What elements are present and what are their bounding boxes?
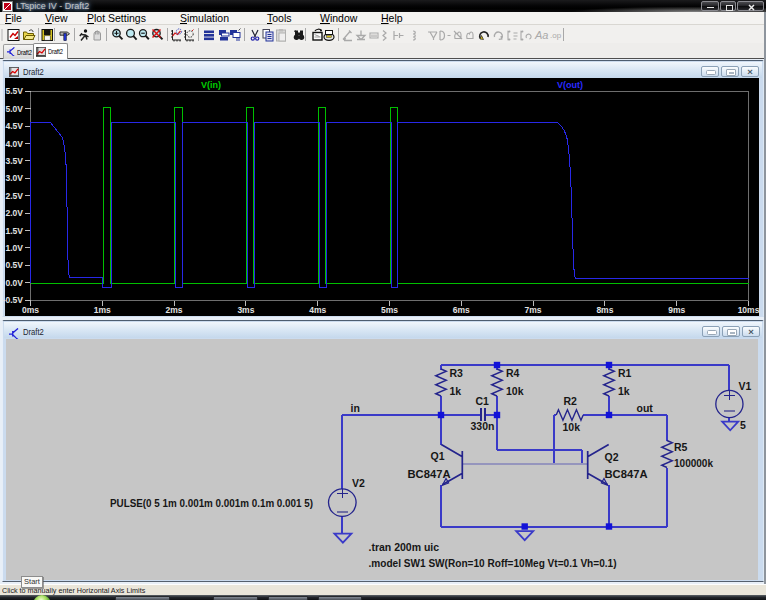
svg-text:5.0V: 5.0V xyxy=(6,104,24,114)
svg-text:V(in): V(in) xyxy=(201,80,221,90)
svg-text:330n: 330n xyxy=(471,420,495,432)
svg-text:V(out): V(out) xyxy=(557,80,583,90)
svg-text:.model SW1 SW(Ron=10 Roff=10Me: .model SW1 SW(Ron=10 Roff=10Meg Vt=0.1 V… xyxy=(369,557,617,569)
svg-text:BC847A: BC847A xyxy=(605,468,648,480)
svg-text:3.0V: 3.0V xyxy=(6,173,24,183)
svg-text:1.5V: 1.5V xyxy=(6,226,24,236)
svg-text:0.0V: 0.0V xyxy=(6,278,24,288)
svg-text:1.0V: 1.0V xyxy=(6,243,24,253)
svg-text:8ms: 8ms xyxy=(596,305,613,315)
svg-text:2.5V: 2.5V xyxy=(6,191,24,201)
svg-text:7ms: 7ms xyxy=(525,305,542,315)
svg-text:V1: V1 xyxy=(739,380,752,392)
svg-text:V2: V2 xyxy=(352,477,365,489)
svg-text:out: out xyxy=(637,402,654,414)
svg-text:1ms: 1ms xyxy=(94,305,111,315)
svg-text:2ms: 2ms xyxy=(166,305,183,315)
svg-text:C1: C1 xyxy=(476,395,490,407)
svg-text:.op: .op xyxy=(550,31,562,40)
svg-text:4.5V: 4.5V xyxy=(6,121,24,131)
svg-text:R2: R2 xyxy=(564,395,578,407)
svg-text:10ms: 10ms xyxy=(738,305,760,315)
svg-text:0.5V: 0.5V xyxy=(6,260,24,270)
svg-text:3ms: 3ms xyxy=(237,305,254,315)
svg-text:10k: 10k xyxy=(506,385,524,397)
svg-text:R1: R1 xyxy=(618,367,632,379)
svg-text:10k: 10k xyxy=(563,421,581,433)
svg-text:100000k: 100000k xyxy=(674,457,713,469)
svg-text:-0.5V: -0.5V xyxy=(3,295,24,305)
svg-text:3.5V: 3.5V xyxy=(6,156,24,166)
svg-text:in: in xyxy=(351,402,360,414)
svg-text:5: 5 xyxy=(740,419,746,431)
svg-text:PULSE(0 5 1m 0.001m 0.001m 0.1: PULSE(0 5 1m 0.001m 0.001m 0.1m 0.001 5) xyxy=(110,497,313,509)
svg-text:2.0V: 2.0V xyxy=(6,208,24,218)
svg-text:4ms: 4ms xyxy=(309,305,326,315)
svg-text:1k: 1k xyxy=(618,385,630,397)
svg-text:5ms: 5ms xyxy=(381,305,398,315)
svg-text:0ms: 0ms xyxy=(22,305,39,315)
svg-text:.tran 200m uic: .tran 200m uic xyxy=(369,541,440,553)
svg-text:6ms: 6ms xyxy=(453,305,470,315)
svg-text:Aa: Aa xyxy=(534,29,548,41)
svg-text:5.5V: 5.5V xyxy=(6,86,24,96)
svg-text:R5: R5 xyxy=(674,441,688,453)
svg-text:1k: 1k xyxy=(450,385,462,397)
svg-text:R4: R4 xyxy=(506,367,520,379)
svg-text:BC847A: BC847A xyxy=(408,468,451,480)
svg-text:R3: R3 xyxy=(450,367,464,379)
svg-text:4.0V: 4.0V xyxy=(6,139,24,149)
svg-text:9ms: 9ms xyxy=(668,305,685,315)
svg-text:Q2: Q2 xyxy=(605,451,619,463)
svg-text:Q1: Q1 xyxy=(431,450,445,462)
